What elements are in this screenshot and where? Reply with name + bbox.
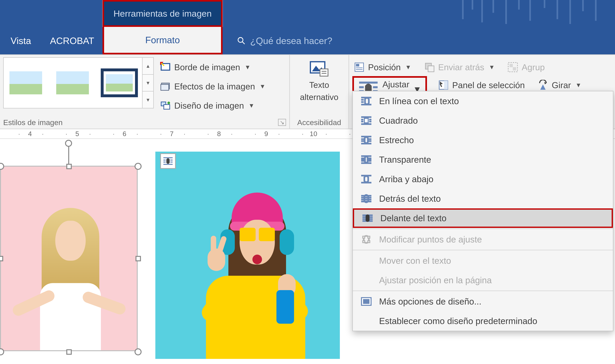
ruler-tick: 6 xyxy=(101,130,148,138)
picture-style-thumb-3[interactable] xyxy=(101,68,138,97)
image-2-content xyxy=(190,175,318,359)
square-wrap-icon xyxy=(361,116,372,126)
rotation-stick xyxy=(68,145,69,166)
ruler-tick: 7 xyxy=(148,130,196,138)
menu-item-through[interactable]: Transparente xyxy=(353,150,613,169)
wrap-text-menu: En línea con el texto Cuadrado Estrecho … xyxy=(352,91,613,331)
resize-handle-l[interactable] xyxy=(0,256,3,261)
gallery-scroll-up[interactable]: ▴ xyxy=(142,58,153,75)
chevron-down-icon: ▼ xyxy=(489,64,495,71)
tab-acrobat[interactable]: ACROBAT xyxy=(42,27,102,54)
tight-wrap-icon xyxy=(361,135,372,145)
rotate-label: Girar xyxy=(552,80,571,90)
tell-me-search[interactable]: ¿Qué desea hacer? xyxy=(223,27,332,54)
menu-item-label: Establecer como diseño predeterminado xyxy=(379,316,537,326)
send-backward-button[interactable]: Enviar atrás ▼ xyxy=(422,58,496,76)
svg-rect-88 xyxy=(363,241,365,243)
top-bottom-wrap-icon xyxy=(361,174,372,184)
resize-handle-tr[interactable] xyxy=(135,163,141,170)
layout-options-badge[interactable] xyxy=(160,153,176,169)
group-objects-button[interactable]: Agrup xyxy=(506,58,546,76)
ruler-tick: 5 xyxy=(54,130,101,138)
selection-pane-label: Panel de selección xyxy=(452,80,525,90)
inline-text-icon xyxy=(361,96,372,106)
inserted-image-2[interactable] xyxy=(155,152,340,359)
gallery-scroll-down[interactable]: ▾ xyxy=(142,75,153,92)
menu-item-more-layout-options[interactable]: Más opciones de diseño... xyxy=(353,292,613,311)
edit-wrap-points-icon xyxy=(361,234,372,244)
svg-point-12 xyxy=(238,38,243,42)
position-button[interactable]: Posición ▼ xyxy=(352,58,413,76)
image-1-content xyxy=(18,197,120,350)
menu-item-label: Arriba y abajo xyxy=(379,174,433,184)
menu-item-behind[interactable]: Detrás del texto xyxy=(353,189,613,208)
ruler-tick: 9 xyxy=(243,130,290,138)
menu-item-set-default-layout[interactable]: Establecer como diseño predeterminado xyxy=(353,311,613,331)
picture-effects-icon xyxy=(160,81,171,92)
more-options-icon xyxy=(361,297,372,306)
rotation-handle[interactable] xyxy=(65,140,72,147)
alt-text-label-2: alternativo xyxy=(300,92,338,102)
picture-border-icon xyxy=(160,62,171,72)
menu-item-in-front[interactable]: Delante del texto xyxy=(353,208,613,228)
gallery-more[interactable]: ▾ xyxy=(142,91,153,108)
ruler-tick: 8 xyxy=(196,130,243,138)
position-label: Posición xyxy=(368,62,401,72)
inserted-image-1[interactable] xyxy=(0,166,138,351)
group-icon xyxy=(507,62,518,72)
chevron-down-icon: ▼ xyxy=(248,102,254,109)
resize-handle-r[interactable] xyxy=(136,256,141,261)
svg-rect-26 xyxy=(356,64,359,66)
menu-item-top-bottom[interactable]: Arriba y abajo xyxy=(353,169,613,189)
group-accessibility: Texto alternativo Accesibilidad xyxy=(290,55,349,129)
menu-item-edit-wrap-points: Modificar puntos de ajuste xyxy=(353,230,613,249)
picture-border-button[interactable]: Borde de imagen ▼ xyxy=(159,58,267,76)
gallery-spinner: ▴ ▾ ▾ xyxy=(142,58,153,108)
send-backward-icon xyxy=(424,62,435,72)
alt-text-label-1: Texto xyxy=(309,80,329,90)
menu-item-label: Estrecho xyxy=(379,135,414,145)
svg-marker-43 xyxy=(540,84,545,90)
svg-line-13 xyxy=(242,42,245,44)
svg-rect-41 xyxy=(444,81,448,89)
chevron-down-icon: ▼ xyxy=(405,64,411,71)
menu-item-square[interactable]: Cuadrado xyxy=(353,111,613,130)
resize-handle-b[interactable] xyxy=(66,349,72,355)
ruler-tick: 10 xyxy=(290,130,337,138)
menu-item-label: Más opciones de diseño... xyxy=(379,296,481,307)
menu-item-label: Modificar puntos de ajuste xyxy=(379,234,482,245)
menu-item-label: Transparente xyxy=(379,155,431,165)
picture-style-thumb-1[interactable] xyxy=(7,68,44,97)
svg-rect-18 xyxy=(164,104,170,109)
menu-separator xyxy=(353,291,613,291)
group-accessibility-label: Accesibilidad xyxy=(297,118,341,127)
picture-effects-button[interactable]: Efectos de la imagen ▼ xyxy=(159,78,267,95)
context-tab-picture-tools[interactable]: Herramientas de imagen xyxy=(102,0,223,27)
group-picture-styles-label: Estilos de imagen xyxy=(3,118,63,127)
menu-item-label: Cuadrado xyxy=(379,116,418,126)
picture-layout-button[interactable]: Diseño de imagen ▼ xyxy=(159,97,267,115)
resize-handle-t[interactable] xyxy=(66,164,72,169)
picture-layout-icon xyxy=(160,100,171,111)
svg-rect-22 xyxy=(320,69,328,76)
dialog-launcher-icon[interactable]: ↘ xyxy=(278,119,286,126)
rotate-icon xyxy=(538,80,548,90)
menu-item-label: Detrás del texto xyxy=(379,194,441,204)
picture-styles-gallery[interactable]: ▴ ▾ ▾ xyxy=(3,57,154,108)
picture-border-label: Borde de imagen xyxy=(174,62,240,72)
resize-handle-br[interactable] xyxy=(135,348,141,355)
svg-rect-86 xyxy=(363,236,365,238)
tab-formato[interactable]: Formato xyxy=(102,27,223,54)
chevron-down-icon: ▼ xyxy=(575,82,582,89)
group-label: Agrup xyxy=(522,62,545,72)
svg-rect-87 xyxy=(368,236,370,238)
menu-separator xyxy=(353,229,613,229)
menu-item-tight[interactable]: Estrecho xyxy=(353,130,613,150)
tab-vista[interactable]: Vista xyxy=(0,27,42,54)
alt-text-icon xyxy=(309,60,329,78)
tell-me-placeholder: ¿Qué desea hacer? xyxy=(250,35,332,46)
picture-style-thumb-2[interactable] xyxy=(54,68,91,97)
ruler-tick: 4 xyxy=(6,130,54,138)
menu-item-inline[interactable]: En línea con el texto xyxy=(353,91,613,111)
alt-text-button[interactable]: Texto alternativo xyxy=(295,57,343,102)
